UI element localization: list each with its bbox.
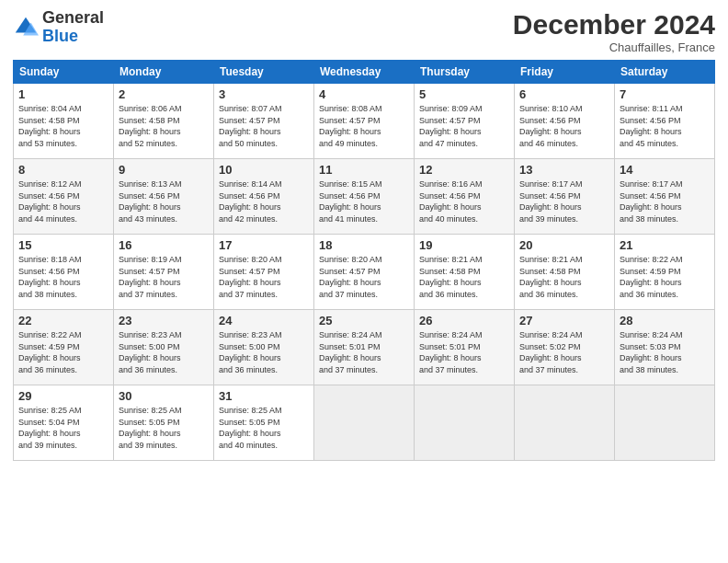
day-cell: 19 Sunrise: 8:21 AMSunset: 4:58 PMDaylig… <box>415 235 515 310</box>
col-sunday: Sunday <box>14 61 114 84</box>
day-cell: 12 Sunrise: 8:16 AMSunset: 4:56 PMDaylig… <box>415 159 515 235</box>
day-cell: 26 Sunrise: 8:24 AMSunset: 5:01 PMDaylig… <box>415 310 515 385</box>
col-saturday: Saturday <box>615 61 715 84</box>
day-cell: 14 Sunrise: 8:17 AMSunset: 4:56 PMDaylig… <box>615 159 715 235</box>
title-block: December 2024 Chauffailles, France <box>513 9 715 54</box>
day-cell: 5 Sunrise: 8:09 AMSunset: 4:57 PMDayligh… <box>415 84 515 159</box>
day-cell: 3 Sunrise: 8:07 AMSunset: 4:57 PMDayligh… <box>214 84 314 159</box>
day-cell: 1 Sunrise: 8:04 AMSunset: 4:58 PMDayligh… <box>14 84 114 159</box>
logo: General Blue <box>13 9 104 46</box>
day-cell: 21 Sunrise: 8:22 AMSunset: 4:59 PMDaylig… <box>615 235 715 310</box>
col-tuesday: Tuesday <box>214 61 314 84</box>
table-row: 15 Sunrise: 8:18 AMSunset: 4:56 PMDaylig… <box>14 235 715 310</box>
empty-cell <box>515 385 615 461</box>
empty-cell <box>415 385 515 461</box>
table-row: 22 Sunrise: 8:22 AMSunset: 4:59 PMDaylig… <box>14 310 715 385</box>
day-cell: 13 Sunrise: 8:17 AMSunset: 4:56 PMDaylig… <box>515 159 615 235</box>
day-cell: 8 Sunrise: 8:12 AMSunset: 4:56 PMDayligh… <box>14 159 114 235</box>
table-row: 1 Sunrise: 8:04 AMSunset: 4:58 PMDayligh… <box>14 84 715 159</box>
calendar-table: Sunday Monday Tuesday Wednesday Thursday… <box>13 60 715 461</box>
day-cell: 7 Sunrise: 8:11 AMSunset: 4:56 PMDayligh… <box>615 84 715 159</box>
day-cell: 24 Sunrise: 8:23 AMSunset: 5:00 PMDaylig… <box>214 310 314 385</box>
day-cell: 2 Sunrise: 8:06 AMSunset: 4:58 PMDayligh… <box>114 84 214 159</box>
day-cell: 29 Sunrise: 8:25 AMSunset: 5:04 PMDaylig… <box>14 385 114 461</box>
day-cell: 22 Sunrise: 8:22 AMSunset: 4:59 PMDaylig… <box>14 310 114 385</box>
location-subtitle: Chauffailles, France <box>513 40 715 54</box>
col-friday: Friday <box>515 61 615 84</box>
logo-text: General Blue <box>42 9 104 46</box>
day-cell: 31 Sunrise: 8:25 AMSunset: 5:05 PMDaylig… <box>214 385 314 461</box>
day-cell: 25 Sunrise: 8:24 AMSunset: 5:01 PMDaylig… <box>314 310 415 385</box>
day-cell: 27 Sunrise: 8:24 AMSunset: 5:02 PMDaylig… <box>515 310 615 385</box>
day-cell: 17 Sunrise: 8:20 AMSunset: 4:57 PMDaylig… <box>214 235 314 310</box>
day-cell: 20 Sunrise: 8:21 AMSunset: 4:58 PMDaylig… <box>515 235 615 310</box>
header-row: Sunday Monday Tuesday Wednesday Thursday… <box>14 61 715 84</box>
main-container: General Blue December 2024 Chauffailles,… <box>0 0 728 468</box>
table-row: 8 Sunrise: 8:12 AMSunset: 4:56 PMDayligh… <box>14 159 715 235</box>
empty-cell <box>314 385 415 461</box>
day-cell: 6 Sunrise: 8:10 AMSunset: 4:56 PMDayligh… <box>515 84 615 159</box>
day-cell: 11 Sunrise: 8:15 AMSunset: 4:56 PMDaylig… <box>314 159 415 235</box>
day-cell: 18 Sunrise: 8:20 AMSunset: 4:57 PMDaylig… <box>314 235 415 310</box>
col-monday: Monday <box>114 61 214 84</box>
day-cell: 15 Sunrise: 8:18 AMSunset: 4:56 PMDaylig… <box>14 235 114 310</box>
header: General Blue December 2024 Chauffailles,… <box>13 9 715 54</box>
day-cell: 23 Sunrise: 8:23 AMSunset: 5:00 PMDaylig… <box>114 310 214 385</box>
day-cell: 28 Sunrise: 8:24 AMSunset: 5:03 PMDaylig… <box>615 310 715 385</box>
day-cell: 30 Sunrise: 8:25 AMSunset: 5:05 PMDaylig… <box>114 385 214 461</box>
month-title: December 2024 <box>513 9 715 40</box>
logo-icon <box>13 15 39 40</box>
day-cell: 16 Sunrise: 8:19 AMSunset: 4:57 PMDaylig… <box>114 235 214 310</box>
day-cell: 9 Sunrise: 8:13 AMSunset: 4:56 PMDayligh… <box>114 159 214 235</box>
col-wednesday: Wednesday <box>314 61 415 84</box>
day-cell: 10 Sunrise: 8:14 AMSunset: 4:56 PMDaylig… <box>214 159 314 235</box>
col-thursday: Thursday <box>415 61 515 84</box>
day-cell: 4 Sunrise: 8:08 AMSunset: 4:57 PMDayligh… <box>314 84 415 159</box>
empty-cell <box>615 385 715 461</box>
table-row: 29 Sunrise: 8:25 AMSunset: 5:04 PMDaylig… <box>14 385 715 461</box>
